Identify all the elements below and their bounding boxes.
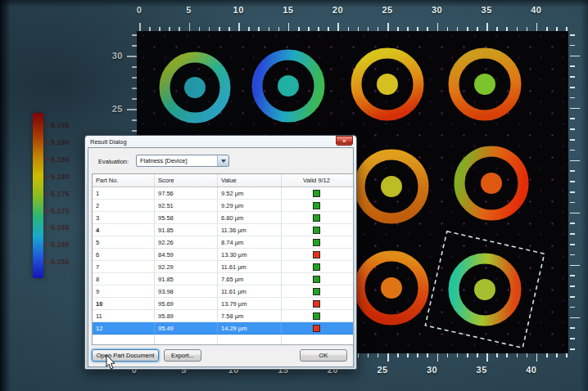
colorbar-tick-label: 5.155 bbox=[51, 258, 70, 266]
cell-valid bbox=[282, 236, 351, 248]
ruler-tick bbox=[139, 23, 141, 31]
ruler-tick bbox=[348, 27, 350, 31]
ruler-tick bbox=[132, 66, 137, 68]
table-row[interactable]: 491.8511.36 µm bbox=[93, 224, 353, 236]
cell-value: 11.61 µm bbox=[218, 285, 282, 297]
cell-value: 11.61 µm bbox=[218, 261, 282, 272]
colorbar-tick bbox=[45, 176, 49, 178]
wheel-part-6[interactable] bbox=[459, 151, 523, 215]
dialog-title: Result Dialog bbox=[88, 138, 127, 146]
ruler-label-top: 35 bbox=[482, 5, 492, 15]
ruler-tick bbox=[546, 27, 548, 31]
table-row[interactable]: 792.2911.61 µm bbox=[93, 261, 353, 273]
status-indicator bbox=[313, 325, 320, 332]
ruler-tick bbox=[228, 27, 230, 31]
ruler-tick bbox=[570, 150, 575, 151]
ruler-tick bbox=[570, 76, 575, 78]
ruler-label-top: 25 bbox=[382, 5, 392, 15]
cell-valid bbox=[282, 200, 351, 211]
ruler-tick bbox=[570, 118, 575, 119]
ruler-tick bbox=[566, 27, 568, 31]
cell-part-no: 12 bbox=[93, 322, 155, 334]
ruler-tick bbox=[570, 191, 575, 193]
ruler-tick bbox=[556, 27, 558, 31]
ruler-tick bbox=[127, 109, 137, 110]
wheel-part-4[interactable] bbox=[454, 53, 516, 115]
ruler-tick bbox=[258, 27, 260, 31]
ruler-tick bbox=[570, 254, 575, 256]
ruler-tick bbox=[570, 285, 575, 287]
table-row[interactable]: 395.586.80 µm bbox=[93, 212, 353, 224]
ruler-tick bbox=[477, 27, 478, 31]
ruler-tick bbox=[368, 353, 369, 357]
ruler-tick bbox=[132, 77, 137, 79]
table-empty-cell bbox=[155, 335, 218, 344]
table-row[interactable]: 684.5913.30 µm bbox=[93, 249, 353, 261]
cell-part-no: 5 bbox=[93, 236, 155, 248]
table-row[interactable]: 993.9811.61 µm bbox=[93, 285, 353, 298]
application-window: Z [mm] 5.1955.1905.1855.1805.1755.1705.1… bbox=[0, 0, 588, 391]
status-indicator bbox=[313, 239, 320, 246]
evaluation-label: Evaluation: bbox=[98, 158, 129, 165]
colorbar-tick-label: 5.170 bbox=[51, 207, 70, 215]
ruler-right bbox=[570, 31, 581, 357]
ruler-tick bbox=[570, 233, 575, 235]
ruler-tick bbox=[506, 353, 508, 357]
ruler-tick bbox=[437, 23, 439, 31]
wheel-part-2[interactable] bbox=[257, 55, 319, 117]
cell-value: 6.80 µm bbox=[218, 212, 282, 223]
ruler-label-left: 25 bbox=[112, 104, 123, 114]
cell-score: 95.89 bbox=[155, 310, 218, 321]
cell-value: 11.36 µm bbox=[218, 224, 282, 236]
results-table: Part No.ScoreValueValid 9/12 197.569.52 … bbox=[92, 173, 354, 345]
cell-value: 9.52 µm bbox=[218, 187, 282, 199]
ruler-tick bbox=[570, 275, 575, 276]
status-indicator bbox=[313, 227, 320, 234]
column-header: Score bbox=[155, 174, 218, 187]
ruler-top bbox=[137, 22, 579, 31]
colorbar-gradient bbox=[33, 113, 43, 278]
ruler-tick bbox=[407, 353, 409, 357]
dialog-titlebar[interactable]: Result Dialog ✕ bbox=[88, 136, 354, 147]
table-row[interactable]: 1295.4914.29 µm bbox=[93, 322, 353, 335]
wheel-part-7[interactable] bbox=[360, 256, 423, 320]
ruler-tick bbox=[477, 353, 478, 357]
wheel-part-8[interactable] bbox=[454, 258, 516, 321]
ruler-tick bbox=[556, 353, 558, 357]
ruler-tick bbox=[566, 353, 568, 357]
table-row[interactable]: 891.857.65 µm bbox=[93, 273, 353, 285]
table-row[interactable]: 1195.897.58 µm bbox=[93, 310, 353, 322]
open-part-document-button[interactable]: Open Part Document bbox=[92, 349, 159, 362]
wheel-part-1[interactable] bbox=[165, 57, 225, 118]
colorbar-tick-label: 5.175 bbox=[51, 190, 70, 198]
ok-button[interactable]: OK bbox=[300, 349, 347, 362]
ruler-label-top: 20 bbox=[332, 5, 343, 15]
ruler-tick bbox=[570, 170, 575, 172]
ruler-tick bbox=[506, 27, 508, 31]
dialog-body: Evaluation: Flatness [Device] Part No.Sc… bbox=[88, 147, 354, 367]
ruler-tick bbox=[149, 27, 151, 31]
ruler-tick bbox=[298, 27, 300, 31]
colorbar-tick bbox=[45, 142, 49, 143]
wheel-part-3[interactable] bbox=[356, 53, 418, 115]
cell-score: 97.56 bbox=[155, 187, 218, 199]
export-button[interactable]: Export... bbox=[164, 349, 201, 362]
table-row[interactable]: 1095.6913.79 µm bbox=[93, 298, 353, 310]
colorbar-tick bbox=[45, 244, 49, 245]
table-row[interactable]: 292.519.29 µm bbox=[93, 200, 353, 212]
ruler-tick bbox=[467, 353, 468, 357]
close-button[interactable]: ✕ bbox=[336, 136, 353, 146]
ruler-tick bbox=[318, 27, 319, 31]
ruler-tick bbox=[527, 27, 528, 31]
cell-valid bbox=[282, 261, 351, 272]
ruler-tick bbox=[427, 27, 428, 31]
ruler-tick bbox=[570, 139, 575, 141]
table-empty-area bbox=[93, 335, 353, 344]
ruler-tick bbox=[132, 88, 137, 89]
evaluation-dropdown[interactable]: Flatness [Device] bbox=[136, 155, 229, 167]
table-row[interactable]: 197.569.52 µm bbox=[93, 187, 353, 200]
wheel-part-5[interactable] bbox=[360, 155, 423, 218]
ruler-tick bbox=[407, 27, 409, 31]
table-row[interactable]: 592.268.74 µm bbox=[93, 236, 353, 249]
ruler-tick bbox=[132, 34, 137, 36]
